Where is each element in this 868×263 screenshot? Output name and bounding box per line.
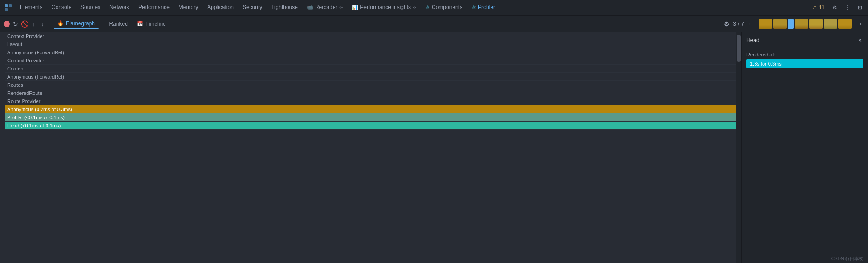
scrollbar-thumb[interactable]	[737, 35, 741, 62]
tab-recorder[interactable]: 📹 Recorder ⊹	[302, 0, 347, 16]
tab-console-label: Console	[52, 4, 71, 10]
flame-thumb-2[interactable]	[773, 19, 787, 29]
recorder-beacon-icon: ⊹	[339, 5, 343, 10]
flame-label-profiler-timing: Profiler (<0.1ms of 0.1ms)	[7, 115, 65, 120]
tab-network-label: Network	[109, 4, 129, 10]
flame-row-routes[interactable]: Routes	[5, 81, 736, 89]
flame-label-anon-forwardref-2: Anonymous (ForwardRef)	[7, 74, 64, 80]
flame-label-context-provider-2: Context.Provider	[7, 58, 44, 63]
components-react-icon: ⚛	[425, 5, 430, 10]
warning-icon: ⚠	[812, 5, 817, 11]
flame-thumb-6[interactable]	[824, 19, 837, 29]
download-button[interactable]: ↓	[39, 20, 46, 28]
flame-row-renderedroute[interactable]: RenderedRoute	[5, 89, 736, 97]
warning-badge[interactable]: ⚠ 11	[809, 5, 828, 11]
flamegraph-area: Context.Provider Layout Anonymous (Forwa…	[5, 32, 736, 263]
flame-row-anonymous-timing[interactable]: Anonymous (0.2ms of 0.3ms)	[5, 105, 736, 113]
timeline-tab[interactable]: 📅 Timeline	[133, 19, 170, 29]
top-tabs-right: ⚠ 11 ⚙ ⋮ ⊡	[809, 1, 866, 14]
tab-components-label: Components	[432, 4, 462, 10]
ranked-label: Ranked	[109, 21, 127, 27]
main-content: Context.Provider Layout Anonymous (Forwa…	[0, 32, 868, 263]
close-icon: ×	[858, 37, 862, 44]
flame-thumb-5[interactable]	[809, 19, 823, 29]
flame-label-content: Content	[7, 66, 25, 71]
flamegraph-tab[interactable]: 🔥 Flamegraph	[54, 19, 99, 29]
tab-application[interactable]: Application	[203, 0, 238, 16]
tab-elements[interactable]: Elements	[15, 0, 47, 16]
perf-insights-beacon-icon: ⊹	[413, 5, 416, 10]
settings-icon: ⚙	[724, 20, 730, 28]
pagination-prev-button[interactable]: ‹	[746, 20, 754, 28]
tab-recorder-label: Recorder	[315, 4, 337, 10]
ranked-tab[interactable]: ≡ Ranked	[100, 19, 132, 29]
flame-thumb-7[interactable]	[838, 19, 852, 29]
tab-performance-insights[interactable]: 📊 Performance insights ⊹	[347, 0, 421, 16]
flame-row-context-provider-2[interactable]: Context.Provider	[5, 56, 736, 65]
flame-row-anon-forwardref-2[interactable]: Anonymous (ForwardRef)	[5, 73, 736, 81]
tab-sources[interactable]: Sources	[76, 0, 105, 16]
pagination-control: 3 / 7 ‹	[733, 20, 754, 28]
recorder-icon: 📹	[307, 5, 313, 10]
pagination-total: 7	[741, 21, 744, 27]
pagination-next-button[interactable]: ›	[856, 20, 864, 28]
left-strip	[0, 32, 5, 263]
svg-rect-1	[9, 4, 12, 7]
flame-row-context-provider-1[interactable]: Context.Provider	[5, 32, 736, 40]
tab-performance[interactable]: Performance	[134, 0, 174, 16]
right-panel-subtitle: Rendered at:	[742, 48, 868, 59]
tab-sources-label: Sources	[80, 4, 100, 10]
right-panel-header: Head ×	[742, 32, 868, 48]
profiler-settings-button[interactable]: ⚙	[722, 19, 731, 28]
tab-application-label: Application	[207, 4, 234, 10]
clear-button[interactable]: 🚫	[21, 20, 28, 28]
flame-thumb-4[interactable]	[795, 19, 808, 29]
tab-memory-label: Memory	[179, 4, 198, 10]
more-options-icon-btn[interactable]: ⋮	[841, 1, 854, 14]
flame-row-route-provider[interactable]: Route.Provider	[5, 97, 736, 105]
reload-icon: ↻	[13, 20, 18, 28]
settings-icon-btn[interactable]: ⚙	[828, 1, 841, 14]
flame-label-layout: Layout	[7, 42, 22, 47]
credit-text: CSDN @田本初	[831, 256, 863, 262]
right-panel-title: Head	[746, 37, 760, 43]
rendered-at-value: 1.3s for 0.3ms	[750, 61, 782, 66]
flame-thumb-3[interactable]	[788, 19, 794, 29]
flame-row-anon-forwardref-1[interactable]: Anonymous (ForwardRef)	[5, 48, 736, 56]
undock-icon-btn[interactable]: ⊡	[854, 1, 866, 14]
clear-icon: 🚫	[21, 20, 28, 28]
flame-label-head-timing: Head (<0.1ms of 0.1ms)	[7, 123, 61, 128]
vertical-scrollbar[interactable]	[736, 32, 741, 263]
rendered-at-bar[interactable]: 1.3s for 0.3ms	[746, 59, 863, 68]
tab-lighthouse[interactable]: Lighthouse	[267, 0, 302, 16]
timeline-label: Timeline	[146, 21, 166, 27]
flame-row-layout[interactable]: Layout	[5, 40, 736, 48]
toolbar-divider-1	[50, 19, 50, 28]
secondary-toolbar: ↻ 🚫 ↑ ↓ 🔥 Flamegraph ≡ Ranked 📅 Timeline…	[0, 16, 868, 32]
svg-rect-0	[5, 4, 8, 7]
flame-row-head-timing[interactable]: Head (<0.1ms of 0.1ms)	[5, 122, 736, 130]
tab-profiler-label: Profiler	[478, 4, 495, 10]
tab-profiler[interactable]: ⚛ Profiler	[467, 0, 500, 16]
flamegraph-icon: 🔥	[57, 20, 64, 26]
tab-components[interactable]: ⚛ Components	[421, 0, 467, 16]
upload-button[interactable]: ↑	[30, 20, 37, 28]
flame-row-content[interactable]: Content	[5, 65, 736, 73]
chevron-right-icon: ›	[859, 21, 861, 27]
flame-thumb-1[interactable]	[759, 19, 772, 29]
record-button[interactable]	[4, 21, 10, 27]
flame-row-profiler-timing[interactable]: Profiler (<0.1ms of 0.1ms)	[5, 113, 736, 122]
gear-icon: ⚙	[832, 5, 837, 11]
tab-network[interactable]: Network	[105, 0, 134, 16]
tab-console[interactable]: Console	[47, 0, 76, 16]
tab-performance-insights-label: Performance insights	[360, 4, 411, 10]
tab-memory[interactable]: Memory	[174, 0, 203, 16]
reload-button[interactable]: ↻	[12, 20, 19, 28]
profiler-react-icon: ⚛	[472, 5, 476, 10]
tab-lighthouse-label: Lighthouse	[271, 4, 298, 10]
more-vert-icon: ⋮	[844, 5, 850, 11]
tab-security[interactable]: Security	[238, 0, 267, 16]
tab-performance-label: Performance	[138, 4, 170, 10]
right-panel-close-button[interactable]: ×	[856, 37, 863, 44]
flame-label-anon-forwardref-1: Anonymous (ForwardRef)	[7, 50, 64, 55]
